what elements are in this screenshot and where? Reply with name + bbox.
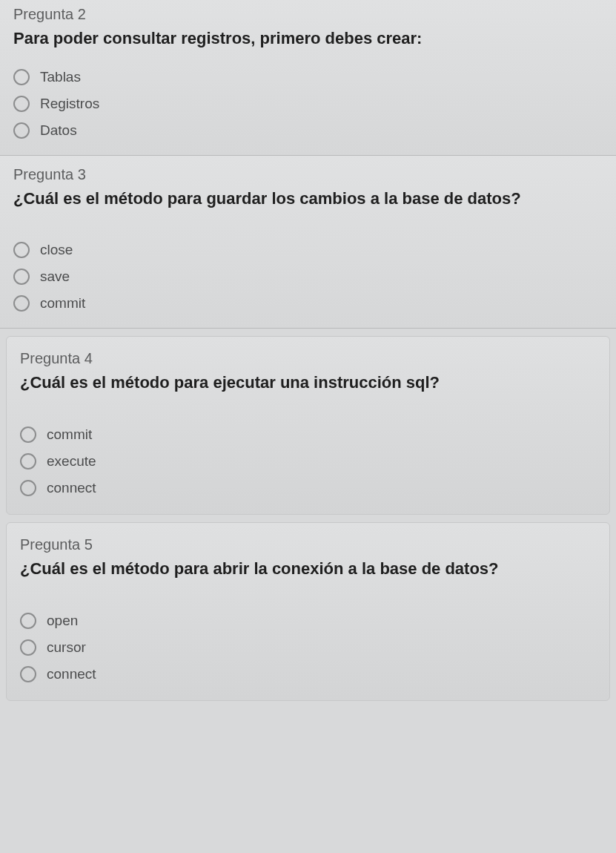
option-datos[interactable]: Datos (13, 122, 603, 139)
question-text: ¿Cuál es el método para guardar los camb… (13, 188, 603, 210)
option-label: Registros (40, 96, 99, 112)
option-tablas[interactable]: Tablas (13, 69, 603, 85)
question-number: Pregunta 2 (13, 6, 603, 23)
radio-icon (20, 453, 36, 470)
option-connect[interactable]: connect (20, 480, 596, 496)
option-connect[interactable]: connect (20, 666, 596, 682)
option-execute[interactable]: execute (20, 453, 596, 470)
radio-icon (20, 613, 36, 629)
option-open[interactable]: open (20, 613, 596, 629)
radio-icon (20, 666, 36, 682)
question-block-5: Pregunta 5 ¿Cuál es el método para abrir… (6, 522, 610, 701)
question-text: ¿Cuál es el método para ejecutar una ins… (20, 372, 596, 394)
options-list: open cursor connect (20, 613, 596, 682)
option-label: Tablas (40, 69, 81, 85)
option-save[interactable]: save (13, 269, 603, 285)
radio-icon (13, 295, 30, 312)
radio-icon (13, 96, 30, 112)
option-commit[interactable]: commit (13, 295, 603, 312)
radio-icon (20, 426, 36, 443)
option-label: Datos (40, 122, 77, 139)
options-list: close save commit (13, 242, 603, 312)
radio-icon (13, 242, 30, 258)
question-block-2: Pregunta 2 Para poder consultar registro… (0, 0, 616, 156)
option-cursor[interactable]: cursor (20, 639, 596, 656)
radio-icon (20, 639, 36, 656)
radio-icon (13, 269, 30, 285)
option-label: save (40, 269, 70, 285)
question-number: Pregunta 3 (13, 166, 603, 183)
option-label: connect (47, 480, 96, 496)
question-block-3: Pregunta 3 ¿Cuál es el método para guard… (0, 156, 616, 329)
options-list: commit execute connect (20, 426, 596, 496)
option-label: execute (47, 453, 96, 470)
question-text: ¿Cuál es el método para abrir la conexió… (20, 558, 596, 580)
question-number: Pregunta 5 (20, 536, 596, 553)
option-label: cursor (47, 639, 86, 656)
option-label: close (40, 242, 73, 258)
question-number: Pregunta 4 (20, 350, 596, 367)
option-registros[interactable]: Registros (13, 96, 603, 112)
radio-icon (20, 480, 36, 496)
question-text: Para poder consultar registros, primero … (13, 27, 603, 50)
radio-icon (13, 122, 30, 139)
options-list: Tablas Registros Datos (13, 69, 603, 139)
option-commit[interactable]: commit (20, 426, 596, 443)
radio-icon (13, 69, 30, 85)
option-label: commit (47, 426, 92, 443)
option-close[interactable]: close (13, 242, 603, 258)
question-block-4: Pregunta 4 ¿Cuál es el método para ejecu… (6, 336, 610, 515)
option-label: commit (40, 295, 85, 312)
option-label: connect (47, 666, 96, 682)
option-label: open (47, 613, 78, 629)
